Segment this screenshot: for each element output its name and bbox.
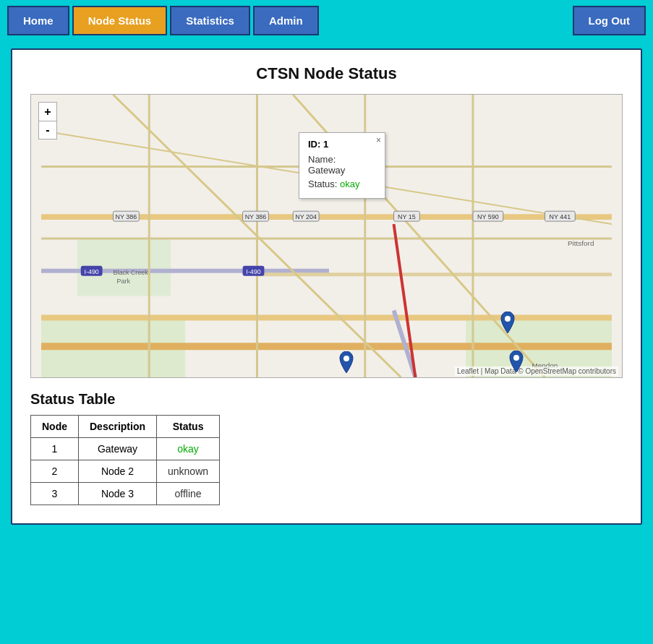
map-attribution: Leaflet | Map Data © OpenStreetMap contr… [455, 366, 618, 376]
nav-statistics[interactable]: Statistics [170, 6, 250, 35]
svg-text:NY 441: NY 441 [550, 213, 571, 220]
map-container[interactable]: I-490 I-490 NY 386 NY 386 NY 204 NY 15 N… [30, 94, 623, 378]
map-popup: × ID: 1 Name: Gateway Status: okay [299, 132, 385, 199]
svg-text:NY 386: NY 386 [116, 213, 137, 220]
cell-status-3: offline [157, 483, 220, 505]
svg-text:Black Creek: Black Creek [114, 269, 149, 276]
cell-node-2: 2 [31, 460, 79, 483]
zoom-in-button[interactable]: + [38, 102, 57, 121]
svg-text:I-490: I-490 [84, 268, 98, 275]
svg-point-47 [505, 316, 511, 322]
status-table-title: Status Table [30, 391, 623, 408]
main-card: CTSN Node Status [11, 48, 642, 525]
logout-button[interactable]: Log Out [573, 6, 646, 35]
svg-text:NY 386: NY 386 [245, 213, 267, 220]
zoom-out-button[interactable]: - [38, 121, 57, 139]
col-header-description: Description [79, 416, 157, 438]
cell-node-3: 3 [31, 483, 79, 505]
svg-text:Park: Park [116, 278, 130, 285]
cell-node-1: 1 [31, 438, 79, 460]
popup-close-button[interactable]: × [376, 135, 381, 145]
table-row: 2Node 2unknown [31, 460, 220, 483]
cell-description-1: Gateway [79, 438, 157, 460]
map-pin-2[interactable] [500, 312, 516, 333]
popup-status-key: Status: [308, 179, 337, 189]
map-pin-1[interactable] [338, 351, 354, 373]
table-row: 3Node 3offline [31, 483, 220, 505]
svg-text:I-490: I-490 [246, 268, 260, 275]
svg-text:NY 15: NY 15 [398, 213, 416, 220]
popup-id: ID: 1 [308, 139, 376, 150]
navbar: Home Node Status Statistics Admin Log Ou… [0, 0, 653, 41]
col-header-status: Status [157, 416, 220, 438]
popup-name-key: Name: [308, 154, 336, 165]
svg-text:Pittsford: Pittsford [568, 239, 594, 247]
svg-text:NY 204: NY 204 [295, 213, 317, 220]
popup-name: Name: Gateway [308, 154, 376, 176]
popup-status-value: okay [340, 179, 359, 189]
popup-status: Status: okay [308, 179, 376, 189]
svg-text:NY 590: NY 590 [477, 213, 499, 220]
cell-status-2: unknown [157, 460, 220, 483]
map-zoom-controls: + - [38, 102, 57, 139]
col-header-node: Node [31, 416, 79, 438]
svg-point-46 [343, 356, 349, 361]
cell-status-1: okay [157, 438, 220, 460]
nav-left: Home Node Status Statistics Admin [7, 6, 319, 35]
status-table: Node Description Status 1Gatewayokay2Nod… [30, 415, 220, 505]
nav-node-status[interactable]: Node Status [72, 6, 168, 35]
svg-point-48 [513, 355, 519, 361]
nav-home[interactable]: Home [7, 6, 69, 35]
popup-name-value: Gateway [308, 165, 345, 176]
page-title: CTSN Node Status [30, 64, 623, 83]
cell-description-3: Node 3 [79, 483, 157, 505]
table-header-row: Node Description Status [31, 416, 220, 438]
nav-admin[interactable]: Admin [253, 6, 319, 35]
map-pin-3[interactable] [508, 351, 524, 372]
cell-description-2: Node 2 [79, 460, 157, 483]
table-row: 1Gatewayokay [31, 438, 220, 460]
